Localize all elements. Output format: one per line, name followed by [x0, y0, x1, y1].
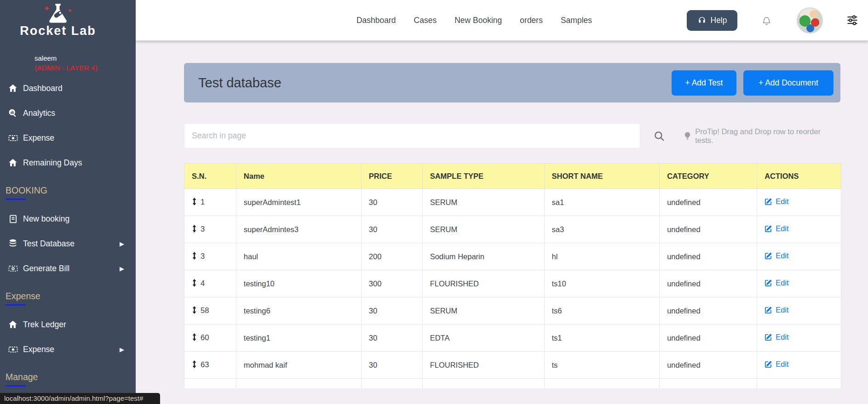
price-cell: 30: [361, 189, 422, 216]
sn-value: 63: [201, 360, 209, 369]
drag-handle-icon[interactable]: [192, 198, 197, 207]
drag-handle-icon[interactable]: [192, 252, 197, 262]
edit-icon: [765, 225, 772, 233]
col-header-sample-type: SAMPLE TYPE: [422, 164, 544, 189]
name-cell: superAdmintest1: [236, 189, 361, 216]
edit-link[interactable]: Edit: [765, 197, 788, 206]
table-row[interactable]: 3 haul 200 Sodium Heparin hl undefined E…: [184, 243, 841, 270]
help-button[interactable]: Help: [687, 10, 737, 31]
tests-table-container: S.N. Name PRICE SAMPLE TYPE SHORT NAME C…: [184, 163, 841, 388]
sidebar-item-label: Trek Ledger: [23, 320, 66, 330]
price-cell: 30: [361, 297, 422, 324]
sidebar-item-new-booking[interactable]: New booking: [0, 206, 136, 231]
edit-link[interactable]: Edit: [765, 279, 788, 287]
status-url-tooltip: localhost:3000/admin/admin.html?page=tes…: [0, 393, 160, 404]
sidebar-item-expense[interactable]: Expense: [0, 125, 136, 150]
sidebar-item-generate-bill[interactable]: Generate Bill ▶: [0, 256, 136, 281]
sidebar-item-label: Dashboard: [23, 84, 63, 93]
bill-icon: [7, 263, 19, 274]
user-role: (ADMIN - LAYER 4): [34, 63, 136, 73]
nav-link-samples[interactable]: Samples: [561, 16, 592, 25]
add-document-button[interactable]: + Add Document: [743, 70, 834, 96]
category-cell: undefined: [660, 270, 757, 297]
drag-handle-icon[interactable]: [192, 333, 197, 343]
table-row[interactable]: 60 testing1 30 EDTA ts1 undefined Edit: [184, 324, 841, 352]
col-header-actions: ACTIONS: [757, 164, 841, 189]
category-cell: undefined: [660, 189, 757, 216]
chevron-right-icon: ▶: [120, 240, 124, 247]
search-input[interactable]: [184, 123, 640, 148]
nav-link-cases[interactable]: Cases: [414, 16, 437, 25]
settings-sliders-icon[interactable]: [846, 14, 859, 27]
short-name-cell: sa1: [544, 189, 660, 216]
sn-value: 4: [201, 279, 205, 287]
table-row[interactable]: 1 superAdmintest1 30 SERUM sa1 undefined…: [184, 189, 841, 216]
drag-handle-icon[interactable]: [192, 306, 197, 316]
sidebar-item-label: New booking: [23, 214, 69, 224]
home-icon: [7, 158, 19, 168]
user-info: saleem (ADMIN - LAYER 4): [0, 54, 136, 73]
col-header-short-name: SHORT NAME: [544, 164, 660, 189]
drag-handle-icon[interactable]: [192, 279, 197, 289]
table-header-row: S.N. Name PRICE SAMPLE TYPE SHORT NAME C…: [184, 164, 841, 189]
table-row[interactable]: 3 superAdmintes3 30 SERUM sa3 undefined …: [184, 216, 841, 243]
sidebar-item-expense-sub[interactable]: Expense ▶: [0, 337, 136, 362]
nav-link-dashboard[interactable]: Dashboard: [356, 16, 396, 25]
top-navbar: Dashboard Cases New Booking orders Sampl…: [136, 0, 868, 41]
sidebar-item-test-database[interactable]: Test Database ▶: [0, 231, 136, 256]
user-name: saleem: [34, 54, 136, 63]
sample-type-cell: SERUM: [422, 189, 544, 216]
main-content: Test database + Add Test + Add Document …: [136, 0, 868, 388]
sample-type-cell: SERUM: [422, 216, 544, 243]
edit-link[interactable]: Edit: [765, 306, 788, 314]
rocket-lab-logo-icon: [38, 3, 78, 24]
table-row[interactable]: 58 testing6 30 SERUM ts6 undefined Edit: [184, 297, 841, 324]
logo[interactable]: Rocket Lab: [0, 0, 116, 38]
drag-handle-icon[interactable]: [192, 360, 197, 370]
sidebar-item-label: Expense: [23, 133, 54, 143]
sidebar-item-remaining-days[interactable]: Remaining Days: [0, 150, 136, 175]
edit-link[interactable]: Edit: [765, 224, 788, 233]
category-cell: undefined: [660, 352, 757, 379]
help-label: Help: [711, 16, 727, 25]
price-cell: 30: [361, 324, 422, 352]
sidebar-item-trek-ledger[interactable]: Trek Ledger: [0, 312, 136, 337]
sidebar-item-analytics[interactable]: Analytics: [0, 101, 136, 125]
sn-value: 1: [201, 198, 205, 206]
category-cell: undefined: [660, 324, 757, 352]
notifications-bell-icon[interactable]: [760, 14, 773, 27]
user-avatar[interactable]: [797, 7, 823, 34]
protip: ProTip! Drag and Drop row to reorder tes…: [684, 127, 840, 145]
nav-link-new-booking[interactable]: New Booking: [454, 16, 502, 25]
table-row[interactable]: 4 testing10 300 FLOURISHED ts10 undefine…: [184, 270, 841, 297]
section-underline: [6, 385, 26, 387]
sn-value: 58: [201, 306, 209, 314]
sidebar-item-label: Test Database: [23, 239, 75, 249]
home-icon: [7, 319, 19, 330]
section-heading-manage: Manage: [0, 372, 136, 387]
col-header-category: CATEGORY: [660, 164, 757, 189]
sample-type-cell: FLOURISHED: [422, 352, 544, 379]
name-cell: testing1: [236, 324, 361, 352]
nav-link-orders[interactable]: orders: [520, 16, 543, 25]
section-heading-expense: Expense: [0, 291, 136, 306]
edit-link[interactable]: Edit: [765, 333, 788, 341]
tests-table: S.N. Name PRICE SAMPLE TYPE SHORT NAME C…: [184, 163, 841, 388]
sidebar-item-dashboard[interactable]: Dashboard: [0, 76, 136, 101]
drag-handle-icon[interactable]: [192, 225, 197, 234]
edit-link[interactable]: Edit: [765, 251, 788, 260]
page-header-banner: Test database + Add Test + Add Document: [184, 63, 840, 102]
search-icon[interactable]: [653, 130, 665, 142]
add-test-button[interactable]: + Add Test: [672, 70, 736, 96]
headphones-icon: [697, 16, 707, 25]
sample-type-cell: FLOURISHED: [422, 270, 544, 297]
chevron-right-icon: ▶: [120, 265, 124, 272]
chevron-right-icon: ▶: [120, 346, 124, 353]
edit-link[interactable]: Edit: [765, 360, 788, 369]
category-cell: undefined: [660, 216, 757, 243]
sidebar-item-label: Analytics: [23, 108, 55, 118]
sample-type-cell: SERUM: [422, 297, 544, 324]
name-cell: superAdmintes3: [236, 216, 361, 243]
sidebar: Rocket Lab saleem (ADMIN - LAYER 4) Dash…: [0, 0, 136, 404]
table-row[interactable]: 63 mohmad kaif 30 FLOURISHED ts undefine…: [184, 352, 841, 379]
